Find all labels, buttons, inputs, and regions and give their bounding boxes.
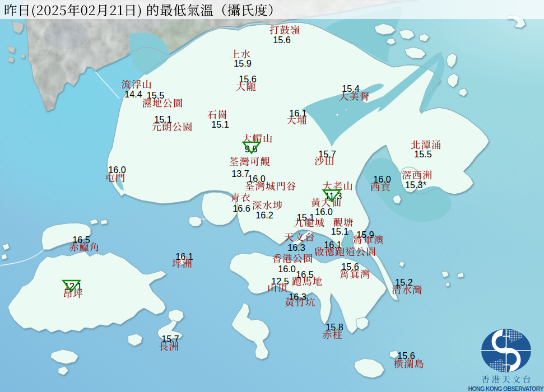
svg-text:15.6: 15.6 xyxy=(239,74,257,84)
svg-text:13.7: 13.7 xyxy=(231,169,249,179)
svg-text:16.2: 16.2 xyxy=(255,210,273,220)
svg-text:16.0: 16.0 xyxy=(278,264,296,274)
svg-text:16.1: 16.1 xyxy=(289,108,307,118)
svg-text:HONG KONG OBSERVATORY: HONG KONG OBSERVATORY xyxy=(468,385,544,392)
svg-text:15.5: 15.5 xyxy=(414,149,432,159)
svg-text:14.4: 14.4 xyxy=(124,89,142,99)
svg-text:16.3: 16.3 xyxy=(287,242,305,253)
svg-text:15.9: 15.9 xyxy=(356,230,374,240)
svg-text:15.4: 15.4 xyxy=(342,83,360,94)
svg-text:15.6: 15.6 xyxy=(397,351,415,361)
svg-text:15.9: 15.9 xyxy=(234,58,252,68)
svg-text:16.0: 16.0 xyxy=(108,165,126,175)
svg-text:15.1: 15.1 xyxy=(331,226,349,236)
svg-text:15.1: 15.1 xyxy=(211,119,229,129)
svg-text:15.6: 15.6 xyxy=(273,35,291,45)
svg-text:15.1: 15.1 xyxy=(154,114,172,124)
svg-text:15.3*: 15.3* xyxy=(405,180,427,190)
svg-text:15.5: 15.5 xyxy=(147,90,165,100)
svg-text:15.6: 15.6 xyxy=(341,262,359,272)
svg-text:16.6: 16.6 xyxy=(233,203,250,213)
svg-text:16.0: 16.0 xyxy=(315,207,333,217)
